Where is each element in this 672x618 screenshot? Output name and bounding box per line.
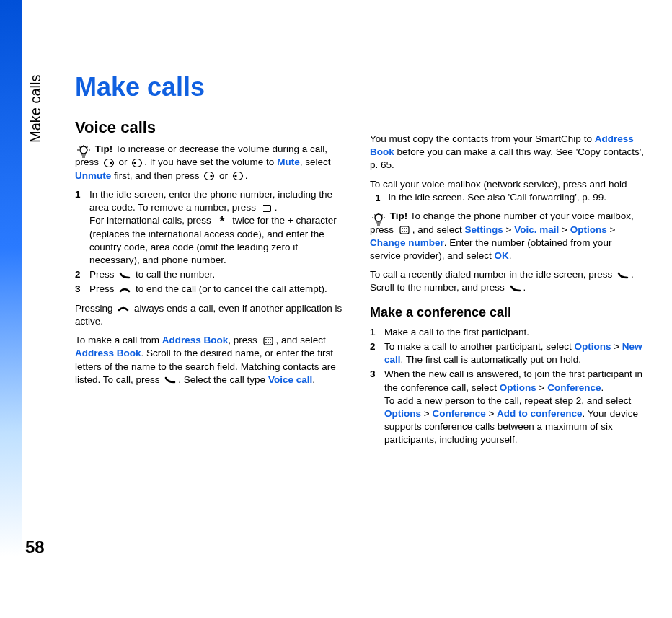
link-unmute: Unmute [75, 170, 111, 181]
svg-point-8 [234, 175, 236, 177]
svg-point-14 [265, 342, 267, 343]
link-ok: OK [495, 250, 509, 261]
t: . [312, 374, 315, 385]
tip-label: Tip! [390, 211, 408, 221]
t: To call a recently dialed number in the … [370, 269, 615, 280]
conference-steps: 1 Make a call to the first participant. … [370, 326, 645, 447]
para-pressing: Pressing always ends a call, even if ano… [75, 302, 350, 328]
svg-point-20 [402, 228, 403, 229]
t: To make a call from [75, 335, 162, 345]
step-number: 2 [370, 340, 384, 366]
step-number: 3 [370, 368, 384, 446]
t: To call your voice mailbox (network serv… [370, 179, 627, 190]
gt: > [421, 408, 432, 419]
step-text: In the idle screen, enter the phone numb… [89, 188, 350, 267]
clear-key-icon [260, 203, 273, 213]
lightbulb-icon [371, 212, 386, 225]
svg-point-22 [406, 228, 407, 229]
side-label: Make calls [27, 75, 44, 143]
t: , select [300, 156, 331, 167]
t: For international calls, press [89, 215, 214, 226]
svg-point-6 [211, 175, 213, 177]
t: . [523, 282, 526, 293]
link-address-book: Address Book [162, 335, 229, 345]
svg-point-25 [406, 231, 407, 232]
gt: > [559, 224, 570, 235]
page-number: 58 [25, 537, 45, 557]
para-copy-contacts: You must copy the contacts from your Sma… [370, 133, 645, 172]
svg-point-16 [270, 342, 271, 343]
svg-point-2 [110, 162, 112, 164]
tip-1: Tip! To increase or decrease the volume … [75, 143, 350, 182]
t: You must copy the contacts from your Sma… [370, 133, 595, 144]
t: To make a call to another participant, s… [384, 341, 574, 352]
svg-point-12 [268, 339, 269, 340]
end-key-icon [118, 285, 131, 295]
t: or [116, 156, 131, 167]
para-address-book: To make a call from Address Book, press … [75, 334, 350, 387]
step-number: 1 [75, 188, 89, 267]
link-change-number: Change number [370, 237, 444, 248]
link-add-to-conference: Add to conference [497, 408, 583, 419]
link-settings: Settings [465, 224, 503, 235]
call-key-icon [616, 270, 629, 281]
t: Press [89, 269, 117, 280]
t: first, and then press [111, 170, 202, 181]
t: . [509, 250, 512, 261]
svg-text:*: * [219, 216, 224, 226]
link-mute: Mute [277, 156, 300, 167]
t: to call the number. [133, 269, 215, 280]
svg-point-13 [270, 339, 271, 340]
star-key-icon: * [216, 216, 229, 226]
step-number: 1 [370, 326, 384, 339]
conf-step-3: 3 When the new call is answered, to join… [370, 368, 645, 446]
plus-char: + [288, 215, 293, 226]
link-voice-call: Voice call [268, 374, 312, 385]
t: Pressing [75, 303, 115, 314]
link-conference: Conference [547, 382, 601, 393]
t: or [216, 170, 231, 181]
link-options: Options [500, 382, 536, 393]
content-area: Make calls Voice calls Tip! To increase … [75, 72, 645, 453]
menu-key-icon [398, 225, 411, 235]
t: In the idle screen, enter the phone numb… [89, 189, 332, 213]
step-text: When the new call is answered, to join t… [384, 368, 645, 446]
call-key-icon [118, 270, 131, 281]
step-text: To make a call to another participant, s… [384, 340, 645, 366]
t: . [275, 202, 278, 213]
end-key-icon [117, 304, 130, 314]
svg-point-0 [80, 146, 87, 154]
call-key-icon [509, 283, 522, 293]
gt: > [503, 224, 514, 235]
step-text: Press to end the call (or to cancel the … [89, 283, 327, 296]
lightbulb-icon [76, 144, 91, 157]
step-3: 3 Press to end the call (or to cancel th… [75, 283, 350, 296]
step-number: 3 [75, 283, 89, 296]
left-key-icon [131, 158, 143, 168]
svg-point-18 [375, 214, 382, 221]
tip-2: Tip! To change the phone number of your … [370, 210, 645, 262]
svg-rect-10 [264, 337, 273, 345]
one-key-icon: 1 [371, 193, 384, 203]
page-title: Make calls [75, 72, 350, 102]
link-voic-mail: Voic. mail [514, 224, 559, 235]
call-key-icon [164, 375, 177, 385]
tip-label: Tip! [95, 144, 113, 154]
right-key-icon [203, 171, 215, 181]
t: . Select the call type [178, 374, 268, 385]
step-number: 2 [75, 268, 89, 281]
svg-point-23 [402, 231, 403, 232]
svg-point-21 [404, 228, 405, 229]
gt: > [607, 224, 616, 235]
t: , and select [412, 224, 465, 235]
gt: > [536, 382, 547, 393]
t: To add a new person to the call, repeat … [384, 395, 631, 406]
t: . [601, 382, 604, 393]
svg-rect-19 [400, 226, 409, 234]
link-options: Options [570, 224, 607, 235]
svg-point-24 [404, 231, 405, 232]
link-options: Options [574, 341, 611, 352]
step-2: 2 Press to call the number. [75, 268, 350, 281]
t: Press [89, 283, 117, 294]
column-right: You must copy the contacts from your Sma… [370, 72, 645, 453]
